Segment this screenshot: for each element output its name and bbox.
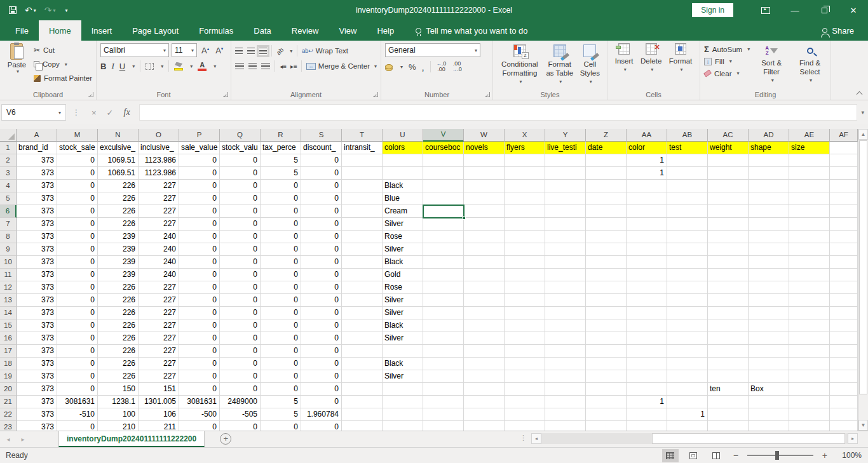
cell-T21[interactable] (342, 396, 383, 408)
cell-M2[interactable]: 0 (57, 154, 98, 167)
cell-W19[interactable] (464, 370, 505, 383)
cell-AA9[interactable] (627, 243, 667, 256)
cell-AF13[interactable] (830, 294, 858, 307)
font-name-select[interactable]: Calibri▾ (100, 43, 169, 57)
cell-AB19[interactable] (667, 370, 708, 383)
autosum-button[interactable]: ΣAutoSum▾ (704, 43, 750, 55)
cell-R1[interactable]: tax_perce (261, 142, 301, 154)
cell-Z11[interactable] (586, 269, 627, 281)
cell-T5[interactable] (342, 192, 383, 205)
cell-V19[interactable] (423, 370, 464, 383)
cell-AC13[interactable] (708, 294, 749, 307)
cell-V16[interactable] (423, 332, 464, 345)
minimize-icon[interactable]: — (780, 0, 810, 20)
cell-N23[interactable]: 210 (98, 421, 139, 431)
align-center-icon[interactable] (248, 63, 257, 70)
cell-W14[interactable] (464, 307, 505, 319)
row-header-5[interactable]: 5 (0, 192, 17, 205)
cell-Q15[interactable]: 0 (220, 319, 261, 332)
cell-V20[interactable] (423, 383, 464, 396)
wrap-text-button[interactable]: ab↩Wrap Text (302, 47, 348, 55)
cell-T10[interactable] (342, 256, 383, 269)
cell-AB17[interactable] (667, 345, 708, 358)
cell-V18[interactable] (423, 358, 464, 370)
cell-AF23[interactable] (830, 421, 858, 431)
row-header-23[interactable]: 23 (0, 421, 17, 431)
row-header-14[interactable]: 14 (0, 307, 17, 319)
cell-AB1[interactable]: test (667, 142, 708, 154)
cell-V23[interactable] (423, 421, 464, 431)
cell-Y22[interactable] (545, 408, 586, 421)
cell-N13[interactable]: 226 (98, 294, 139, 307)
cell-AF3[interactable] (830, 167, 858, 180)
accounting-format-icon[interactable] (385, 64, 393, 69)
tab-page-layout[interactable]: Page Layout (122, 20, 189, 41)
cell-T8[interactable] (342, 231, 383, 243)
restore-icon[interactable] (810, 0, 839, 20)
cell-U7[interactable]: Silver (383, 218, 423, 231)
cell-O2[interactable]: 1123.986 (139, 154, 179, 167)
row-header-6[interactable]: 6 (0, 205, 17, 218)
cell-V2[interactable] (423, 154, 464, 167)
cell-O3[interactable]: 1123.986 (139, 167, 179, 180)
row-header-20[interactable]: 20 (0, 383, 17, 396)
cell-Y10[interactable] (545, 256, 586, 269)
cell-S19[interactable]: 0 (301, 370, 342, 383)
cell-Y8[interactable] (545, 231, 586, 243)
cell-AF21[interactable] (830, 396, 858, 408)
column-header-AD[interactable]: AD (749, 129, 789, 142)
cell-T20[interactable] (342, 383, 383, 396)
cell-AE10[interactable] (789, 256, 830, 269)
cell-R8[interactable]: 0 (261, 231, 301, 243)
cell-O12[interactable]: 227 (139, 281, 179, 294)
cell-Q6[interactable]: 0 (220, 205, 261, 218)
cell-U11[interactable]: Gold (383, 269, 423, 281)
cell-AA11[interactable] (627, 269, 667, 281)
cell-V1[interactable]: courseboc (423, 142, 464, 154)
cell-N21[interactable]: 1238.1 (98, 396, 139, 408)
cell-AD6[interactable] (749, 205, 789, 218)
cell-AC18[interactable] (708, 358, 749, 370)
cell-AE14[interactable] (789, 307, 830, 319)
borders-icon[interactable] (146, 63, 154, 70)
cell-Q10[interactable]: 0 (220, 256, 261, 269)
row-header-8[interactable]: 8 (0, 231, 17, 243)
cell-W7[interactable] (464, 218, 505, 231)
cell-R4[interactable]: 0 (261, 180, 301, 192)
cell-W10[interactable] (464, 256, 505, 269)
new-sheet-button[interactable]: + (220, 433, 231, 445)
cell-T7[interactable] (342, 218, 383, 231)
cell-AC3[interactable] (708, 167, 749, 180)
column-header-AC[interactable]: AC (708, 129, 749, 142)
cell-AA22[interactable] (627, 408, 667, 421)
cell-Z10[interactable] (586, 256, 627, 269)
cell-M15[interactable]: 0 (57, 319, 98, 332)
cell-Y20[interactable] (545, 383, 586, 396)
scroll-left-icon[interactable]: ◂ (531, 433, 541, 444)
cell-Z8[interactable] (586, 231, 627, 243)
cell-X8[interactable] (505, 231, 545, 243)
cell-S12[interactable]: 0 (301, 281, 342, 294)
cell-T14[interactable] (342, 307, 383, 319)
row-header-18[interactable]: 18 (0, 358, 17, 370)
cell-U13[interactable]: Silver (383, 294, 423, 307)
cell-AC12[interactable] (708, 281, 749, 294)
column-header-P[interactable]: P (179, 129, 220, 142)
cell-AB7[interactable] (667, 218, 708, 231)
cell-AE11[interactable] (789, 269, 830, 281)
cell-AA12[interactable] (627, 281, 667, 294)
cell-O22[interactable]: 106 (139, 408, 179, 421)
cell-AC23[interactable] (708, 421, 749, 431)
cell-Z3[interactable] (586, 167, 627, 180)
formula-bar-expand-icon[interactable]: ▾ (857, 109, 868, 116)
cell-AF2[interactable] (830, 154, 858, 167)
cell-O1[interactable]: inclusive_ (139, 142, 179, 154)
cell-P2[interactable]: 0 (179, 154, 220, 167)
cell-P18[interactable]: 0 (179, 358, 220, 370)
cell-V21[interactable] (423, 396, 464, 408)
cell-P20[interactable]: 0 (179, 383, 220, 396)
cell-A4[interactable]: 373 (17, 180, 57, 192)
cell-Z20[interactable] (586, 383, 627, 396)
cell-Y21[interactable] (545, 396, 586, 408)
cell-AE16[interactable] (789, 332, 830, 345)
